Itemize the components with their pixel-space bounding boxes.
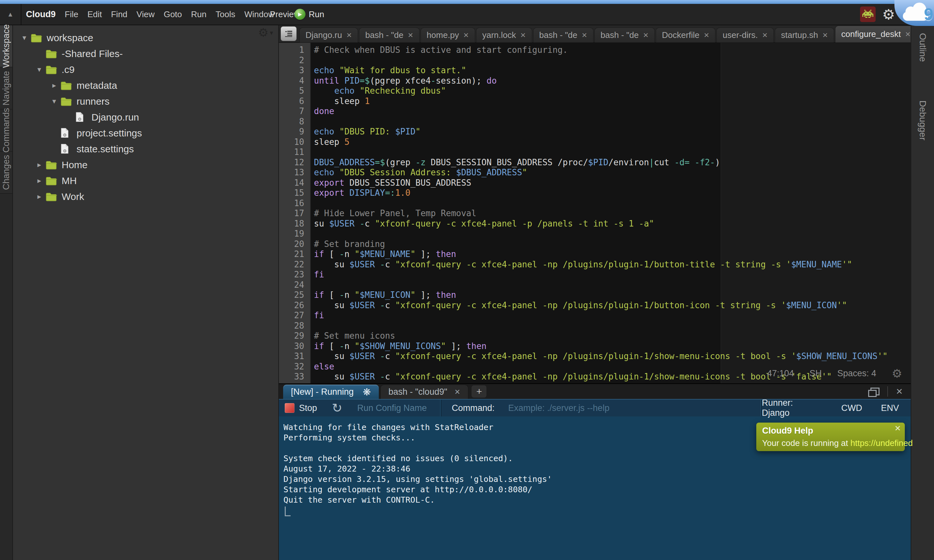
tab-close-icon[interactable]: ✕ bbox=[581, 31, 587, 39]
code-text: if [ -n "$SHOW_MENU_ICONS" ]; then bbox=[314, 341, 487, 352]
line-number: 16 bbox=[279, 198, 304, 209]
env-button[interactable]: ENV bbox=[881, 403, 899, 413]
menu-file[interactable]: File bbox=[65, 9, 79, 20]
editor-tab-user-dirs[interactable]: user-dirs.✕ bbox=[717, 28, 774, 43]
editor-tab-bash-de[interactable]: bash - "de✕ bbox=[595, 28, 655, 43]
code-line: 26 su $USER -c "xfconf-query -c xfce4-pa… bbox=[279, 300, 911, 311]
code-text: echo "Rechecking dbus" bbox=[314, 86, 446, 96]
menu-find[interactable]: Find bbox=[111, 9, 128, 20]
console-tab-bash-cloud9[interactable]: bash - "cloud9"✕ bbox=[381, 385, 469, 399]
rail-tab-commands[interactable]: Commands bbox=[0, 109, 12, 152]
caret-right-icon[interactable]: ▸ bbox=[33, 192, 45, 201]
editor-tab-configure-deskt[interactable]: configure_deskt✕ bbox=[835, 26, 917, 43]
caret-down-icon[interactable]: ▾ bbox=[33, 65, 45, 74]
tree-item-django-run[interactable]: Django.run bbox=[13, 109, 278, 125]
caret-right-icon[interactable]: ▸ bbox=[33, 176, 45, 185]
caret-right-icon[interactable]: ▸ bbox=[33, 160, 45, 169]
tab-label: bash - "de bbox=[539, 30, 578, 40]
running-url-link[interactable]: https://undefined bbox=[850, 438, 912, 448]
restart-icon[interactable]: ↻ bbox=[332, 401, 342, 415]
console-new-tab-button[interactable]: + bbox=[471, 385, 487, 398]
editor-tab-bash-de[interactable]: bash - "de✕ bbox=[359, 28, 419, 43]
editor-tab-yarn-lock[interactable]: yarn.lock✕ bbox=[476, 28, 532, 43]
caret-right-icon[interactable]: ▸ bbox=[48, 81, 60, 90]
tree-item-metadata[interactable]: ▸metadata bbox=[13, 77, 278, 93]
code-text: fi bbox=[314, 270, 324, 280]
menu-edit[interactable]: Edit bbox=[87, 9, 102, 20]
editor-tab-django-ru[interactable]: Django.ru✕ bbox=[299, 28, 358, 43]
line-number: 18 bbox=[279, 219, 304, 229]
tab-close-icon[interactable]: ✕ bbox=[762, 31, 768, 39]
tree-item-work[interactable]: ▸Work bbox=[13, 189, 278, 205]
right-rail-tab-outline[interactable]: Outline bbox=[917, 33, 928, 62]
menu-cloud9[interactable]: Cloud9 bbox=[26, 9, 56, 20]
tree-items: ▾workspace-Shared Files-▾.c9▸metadata▾ru… bbox=[13, 30, 278, 205]
tab-close-icon[interactable]: ✕ bbox=[905, 31, 911, 38]
tab-close-icon[interactable]: ✕ bbox=[454, 388, 460, 396]
tree-item-c9[interactable]: ▾.c9 bbox=[13, 62, 278, 77]
rail-tab-label: Changes bbox=[1, 155, 11, 190]
tree-item-shared-files[interactable]: -Shared Files- bbox=[13, 46, 278, 62]
code-editor[interactable]: 1# Check when DBUS is active and start c… bbox=[279, 43, 911, 383]
syntax-mode[interactable]: SH bbox=[809, 368, 822, 378]
run-config-name-input[interactable]: Run Config Name bbox=[357, 403, 427, 413]
right-rail-tab-debugger[interactable]: Debugger bbox=[917, 100, 928, 140]
help-popup-body: Your code is running at https://undefine… bbox=[762, 438, 899, 448]
caret-down-icon[interactable]: ▾ bbox=[48, 97, 60, 106]
help-popup-close-icon[interactable]: ✕ bbox=[894, 424, 901, 433]
cursor-position[interactable]: 47:104 bbox=[767, 368, 794, 378]
tree-item-state-settings[interactable]: state.settings bbox=[13, 141, 278, 157]
cloud9-logo[interactable]: 9 bbox=[903, 5, 932, 22]
tree-item-project-settings[interactable]: project.settings bbox=[13, 125, 278, 141]
tab-close-icon[interactable]: ✕ bbox=[463, 31, 469, 39]
tab-close-icon[interactable]: ✕ bbox=[704, 31, 710, 39]
code-line: 4until PID=$(pgrep xfce4-session); do bbox=[279, 76, 911, 86]
console-tab-new-running[interactable]: [New] - Running❋ bbox=[283, 385, 379, 399]
code-text: echo "DBUS Session Address: $DBUS_ADDRES… bbox=[314, 168, 527, 178]
tab-close-icon[interactable]: ✕ bbox=[520, 31, 526, 39]
editor-tab-bash-de[interactable]: bash - "de✕ bbox=[533, 28, 593, 43]
console-tab-label: bash - "cloud9" bbox=[388, 387, 447, 397]
line-number: 25 bbox=[279, 290, 304, 300]
line-number: 2 bbox=[279, 55, 304, 66]
rail-tab-navigate[interactable]: Navigate bbox=[0, 68, 12, 109]
tree-item-runners[interactable]: ▾runners bbox=[13, 93, 278, 109]
tab-close-icon[interactable]: ✕ bbox=[346, 31, 352, 39]
editor-tab-startup-sh[interactable]: startup.sh✕ bbox=[775, 28, 834, 43]
code-line: 18su $USER -c "xfconf-query -c xfce4-pan… bbox=[279, 219, 911, 229]
play-icon: ▶ bbox=[294, 9, 305, 20]
tree-item-home[interactable]: ▸Home bbox=[13, 157, 278, 173]
tab-list-menu-button[interactable] bbox=[281, 26, 297, 41]
menu-view[interactable]: View bbox=[137, 9, 155, 20]
menu-tools[interactable]: Tools bbox=[216, 9, 236, 20]
rail-tab-changes[interactable]: Changes bbox=[0, 152, 12, 194]
stop-icon[interactable] bbox=[285, 403, 294, 413]
tab-close-icon[interactable]: ✕ bbox=[643, 31, 649, 39]
editor-tab-dockerfile[interactable]: Dockerfile✕ bbox=[656, 28, 715, 43]
command-input[interactable]: Example: ./server.js --help bbox=[508, 403, 609, 413]
tree-item-workspace[interactable]: ▾workspace bbox=[13, 30, 278, 46]
tab-close-icon[interactable]: ✕ bbox=[822, 31, 828, 39]
tab-close-icon[interactable]: ✕ bbox=[408, 31, 413, 39]
menu-goto[interactable]: Goto bbox=[164, 9, 182, 20]
rail-tab-workspace[interactable]: Workspace bbox=[0, 25, 12, 68]
collapse-panel-button[interactable]: ▲ bbox=[0, 4, 22, 25]
tree-item-mh[interactable]: ▸MH bbox=[13, 173, 278, 189]
close-icon[interactable]: ✕ bbox=[896, 387, 903, 397]
caret-down-icon[interactable]: ▾ bbox=[18, 33, 31, 42]
stop-label[interactable]: Stop bbox=[299, 403, 317, 413]
code-line: 21if [ -n "$MENU_NAME" ]; then bbox=[279, 249, 911, 260]
code-line: 27fi bbox=[279, 311, 911, 321]
debug-bug-button[interactable] bbox=[860, 6, 875, 22]
line-number: 21 bbox=[279, 249, 304, 260]
console-window-buttons: ✕ bbox=[868, 386, 903, 397]
maximize-icon[interactable] bbox=[871, 388, 880, 395]
cwd-button[interactable]: CWD bbox=[841, 403, 862, 413]
indent-setting[interactable]: Spaces: 4 bbox=[837, 368, 876, 378]
run-button[interactable]: ▶ Run bbox=[294, 4, 324, 25]
editor-tab-home-py[interactable]: home.py✕ bbox=[421, 28, 475, 43]
editor-prefs-gear-icon[interactable]: ⚙ bbox=[892, 367, 902, 380]
tab-label: bash - "de bbox=[365, 30, 404, 40]
runner-selector[interactable]: Runner: Django bbox=[762, 398, 822, 418]
menu-run[interactable]: Run bbox=[191, 9, 207, 20]
